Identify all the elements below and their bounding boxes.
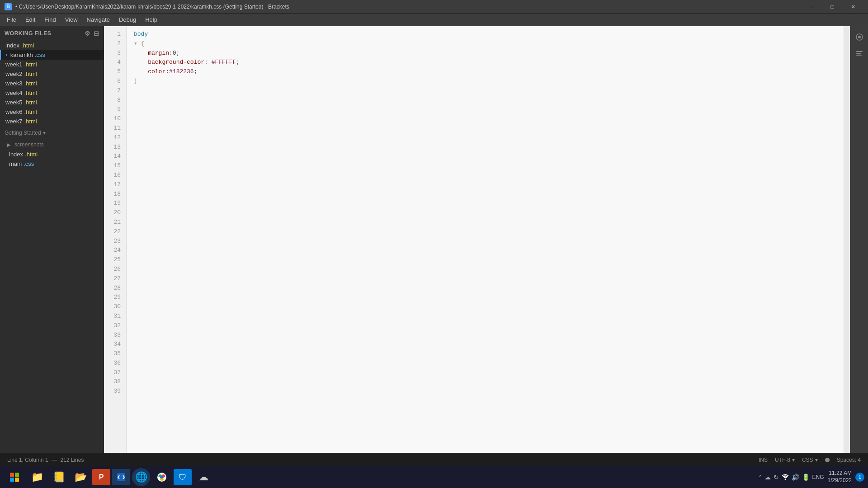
file-item-week4-html[interactable]: week4.html: [0, 88, 104, 98]
minimize-button[interactable]: ─: [801, 0, 822, 14]
notification-badge[interactable]: 1: [855, 473, 864, 482]
menu-find[interactable]: Find: [40, 14, 60, 25]
folder-file-name-index: index: [9, 151, 23, 158]
statusbar: Line 1, Column 1 — 212 Lines INS UTF-8 ▾…: [0, 453, 868, 466]
file-item-week7-html[interactable]: week7.html: [0, 117, 104, 126]
file-item-karamkh-css[interactable]: ● karamkh.css: [0, 50, 104, 60]
svg-rect-3: [856, 53, 861, 54]
file-name-week3: week3: [5, 80, 23, 87]
maximize-button[interactable]: □: [822, 0, 843, 14]
svg-point-1: [858, 36, 861, 38]
screenshots-folder[interactable]: ▶ screenshots: [0, 138, 104, 150]
main-layout: Working Files ⚙ ⊟ index.html ● karamkh.c…: [0, 26, 868, 453]
file-name-week1: week1: [5, 61, 23, 68]
line-count: 212 Lines: [60, 457, 84, 463]
svg-rect-5: [10, 473, 14, 477]
svg-point-12: [160, 476, 163, 479]
svg-rect-8: [15, 478, 19, 482]
file-item-week1-html[interactable]: week1.html: [0, 60, 104, 69]
titlebar: B • C:/Users/User/Desktop/KaramKhrais202…: [0, 0, 868, 14]
code-content[interactable]: body ▾ { margin:0; background-color: #FF…: [127, 26, 844, 453]
ins-mode[interactable]: INS: [759, 457, 768, 463]
tray-cloud-icon[interactable]: ☁: [764, 474, 771, 481]
statusbar-right: INS UTF-8 ▾ CSS ▾ Spaces: 4: [759, 457, 861, 463]
sidebar-working-files-header: Working Files ⚙ ⊟: [0, 26, 104, 41]
file-item-week3-html[interactable]: week3.html: [0, 79, 104, 88]
file-ext-index: .html: [21, 42, 34, 49]
cloud-app-button[interactable]: ☁: [193, 468, 213, 486]
file-name-week5: week5: [5, 99, 23, 106]
active-dot: ●: [5, 53, 8, 57]
cursor-position: Line 1, Column 1: [7, 457, 48, 463]
menu-file[interactable]: File: [2, 14, 21, 25]
sidebar: Working Files ⚙ ⊟ index.html ● karamkh.c…: [0, 26, 104, 453]
scrollbar-track[interactable]: [844, 26, 850, 453]
menu-navigate[interactable]: Navigate: [82, 14, 114, 25]
menubar: File Edit Find View Navigate Debug Help: [0, 14, 868, 26]
getting-started-label: Getting Started: [5, 130, 41, 136]
screenshots-label: screenshots: [14, 141, 44, 148]
status-indicator: [825, 458, 830, 462]
powerpoint-button[interactable]: P: [92, 469, 110, 485]
file-item-index-html-2[interactable]: index.html: [0, 150, 104, 159]
getting-started-section[interactable]: Getting Started ▾: [0, 126, 104, 138]
file-name-week6: week6: [5, 108, 23, 115]
tray-icons: ^ ☁ ↻ 🔊 🔋 ENG: [759, 473, 824, 482]
working-files-list: index.html ● karamkh.css week1.html week…: [0, 41, 104, 126]
status-separator: —: [52, 457, 57, 463]
folder-file-name-main: main: [9, 160, 22, 167]
line-numbers: 123456 789101112 131415161718 1920212223…: [104, 26, 127, 453]
file-item-index-html[interactable]: index.html: [0, 41, 104, 50]
file-name-week2: week2: [5, 70, 23, 77]
file-item-main-css[interactable]: main.css: [0, 159, 104, 169]
file-explorer-button[interactable]: 📁: [27, 468, 47, 486]
menu-edit[interactable]: Edit: [21, 14, 40, 25]
files-button[interactable]: 📂: [71, 468, 90, 486]
file-name-karamkh: karamkh: [10, 52, 33, 58]
sticky-notes-button[interactable]: 📒: [49, 468, 69, 486]
taskbar: 📁 📒 📂 P 🌐 🛡 ☁ ^ ☁ ↻: [0, 466, 868, 488]
clock[interactable]: 11:22 AM 1/29/2022: [828, 470, 852, 484]
editor-area: 123456 789101112 131415161718 1920212223…: [104, 26, 844, 453]
folder-arrow-icon: ▶: [7, 142, 11, 147]
tray-wifi-icon[interactable]: [782, 473, 789, 482]
svg-rect-7: [10, 478, 14, 482]
spaces-selector[interactable]: Spaces: 4: [837, 457, 861, 463]
brackets-button[interactable]: [112, 469, 130, 485]
browser-button[interactable]: 🌐: [132, 468, 150, 486]
tray-lang[interactable]: ENG: [812, 474, 824, 480]
working-files-label: Working Files: [5, 30, 51, 37]
sidebar-split-icon[interactable]: ⊟: [94, 30, 99, 37]
encoding-selector[interactable]: UTF-8 ▾: [775, 457, 795, 463]
tray-battery-icon[interactable]: 🔋: [802, 474, 810, 481]
encoding-chevron: ▾: [792, 457, 795, 463]
tray-sync-icon[interactable]: ↻: [774, 474, 779, 481]
tray-chevron-icon[interactable]: ^: [759, 474, 762, 480]
app-icon: B: [5, 3, 12, 10]
language-selector[interactable]: CSS ▾: [802, 457, 818, 463]
sidebar-header-icons: ⚙ ⊟: [85, 30, 99, 37]
tray-volume-icon[interactable]: 🔊: [792, 474, 799, 481]
menu-help[interactable]: Help: [141, 14, 162, 25]
menu-debug[interactable]: Debug: [114, 14, 141, 25]
file-item-week5-html[interactable]: week5.html: [0, 98, 104, 107]
live-preview-icon[interactable]: [852, 30, 867, 44]
statusbar-left: Line 1, Column 1 — 212 Lines: [7, 457, 84, 463]
chrome-button[interactable]: [152, 468, 172, 486]
sidebar-settings-icon[interactable]: ⚙: [85, 30, 91, 37]
start-button[interactable]: [4, 468, 25, 486]
file-item-week6-html[interactable]: week6.html: [0, 107, 104, 117]
clock-time: 11:22 AM: [828, 470, 852, 477]
inline-editor-icon[interactable]: [852, 46, 867, 61]
code-editor[interactable]: 123456 789101112 131415161718 1920212223…: [104, 26, 844, 453]
file-item-week2-html[interactable]: week2.html: [0, 69, 104, 79]
clock-date: 1/29/2022: [828, 477, 852, 484]
titlebar-title: • C:/Users/User/Desktop/KaramKhrais2022/…: [15, 4, 289, 10]
windows-security-button[interactable]: 🛡: [174, 469, 192, 485]
file-ext-karamkh: .css: [35, 52, 45, 58]
file-name-index: index: [5, 42, 19, 49]
menu-view[interactable]: View: [61, 14, 82, 25]
file-name-week7: week7: [5, 118, 23, 125]
getting-started-arrow: ▾: [43, 130, 46, 136]
close-button[interactable]: ✕: [843, 0, 863, 14]
